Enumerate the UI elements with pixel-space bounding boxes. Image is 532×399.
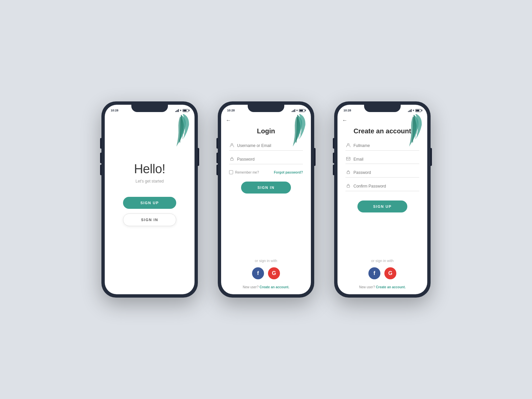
svg-point-8 <box>231 144 233 145</box>
phone-2-content: ← Login <box>221 114 311 294</box>
create-account-link-2[interactable]: Create an account. <box>260 285 289 289</box>
notch-3 <box>364 105 401 112</box>
status-icons-2: ▾ <box>292 109 305 112</box>
battery-icon-1 <box>183 109 189 112</box>
svg-point-14 <box>347 144 349 145</box>
confirm-password-input[interactable] <box>353 184 419 189</box>
social-buttons-2: f G <box>252 267 280 279</box>
new-user-text-3: New user? Create an account. <box>359 285 406 289</box>
wifi-icon-3: ▾ <box>413 109 414 112</box>
phone-2-screen: 10:28 ▾ <box>221 105 311 294</box>
phone-3-content: ← Create an account <box>337 114 427 294</box>
status-time-1: 10:28 <box>111 109 118 112</box>
back-button-2[interactable]: ← <box>226 117 231 123</box>
status-icons-1: ▾ <box>175 109 189 112</box>
create-account-link-3[interactable]: Create an account. <box>376 285 406 289</box>
signal-icon-3 <box>408 109 412 112</box>
wifi-icon-2: ▾ <box>296 109 298 112</box>
signup-button[interactable]: SIGN UP <box>357 200 407 212</box>
lock-icon-signup <box>345 170 351 175</box>
leaf-decoration-1 <box>151 114 195 151</box>
google-button-3[interactable]: G <box>384 267 396 279</box>
signup-password-input[interactable] <box>353 170 419 175</box>
remember-left: Remember me? <box>229 170 259 174</box>
or-signin-text: or sign in with <box>255 259 277 263</box>
notch-1 <box>131 105 168 112</box>
svg-rect-16 <box>347 172 349 174</box>
svg-rect-15 <box>346 157 350 160</box>
google-button-2[interactable]: G <box>268 267 280 279</box>
hello-subtitle: Let's get started <box>135 179 164 184</box>
email-icon-signup <box>345 157 351 162</box>
remember-row: Remember me? Forgot password? <box>229 170 303 174</box>
facebook-button-2[interactable]: f <box>252 267 264 279</box>
social-buttons-3: f G <box>368 267 396 279</box>
login-password-input[interactable] <box>237 157 303 162</box>
forgot-password-link[interactable]: Forgot password? <box>274 171 303 174</box>
lock-icon-login <box>229 157 234 162</box>
phone-2: 10:28 ▾ <box>218 101 314 298</box>
login-password-field <box>229 157 303 164</box>
person-icon-login <box>229 143 234 148</box>
hello-title: Hello! <box>134 162 165 176</box>
phone-1: 10:28 ▾ <box>101 101 198 298</box>
phone-3-screen: 10:28 ▾ <box>337 105 427 294</box>
lock-icon-confirm <box>345 184 351 189</box>
status-time-3: 10:28 <box>343 109 351 112</box>
or-signup-text: or sign in with <box>371 259 393 263</box>
confirm-password-field <box>345 184 419 191</box>
notch-2 <box>248 105 284 112</box>
leaf-decoration-3 <box>384 114 427 151</box>
phone-1-content: Hello! Let's get started SIGN UP SIGN IN <box>105 114 195 294</box>
svg-rect-17 <box>347 186 349 188</box>
signal-icon-2 <box>292 109 295 112</box>
battery-icon-2 <box>299 109 305 112</box>
leaf-decoration-2 <box>268 114 311 151</box>
signup-password-field <box>345 170 419 178</box>
phone-3: 10:28 ▾ <box>334 101 431 298</box>
remember-checkbox[interactable] <box>229 170 233 174</box>
hello-signup-button[interactable]: SIGN UP <box>123 197 176 209</box>
remember-label: Remember me? <box>235 171 259 174</box>
status-icons-3: ▾ <box>408 109 421 112</box>
new-user-text-2: New user? Create an account. <box>243 285 289 289</box>
phone-1-screen: 10:28 ▾ <box>105 105 195 294</box>
battery-icon-3 <box>415 109 421 112</box>
email-field <box>345 157 419 164</box>
signal-icon-1 <box>175 109 179 112</box>
svg-rect-9 <box>230 159 233 161</box>
status-time-2: 10:28 <box>227 109 235 112</box>
signin-button[interactable]: SIGN IN <box>241 182 291 194</box>
person-icon-signup <box>345 143 351 148</box>
facebook-button-3[interactable]: f <box>368 267 380 279</box>
email-input[interactable] <box>353 157 419 162</box>
hello-signin-button[interactable]: SIGN IN <box>123 213 176 226</box>
back-button-3[interactable]: ← <box>342 117 347 123</box>
wifi-icon-1: ▾ <box>180 109 182 112</box>
